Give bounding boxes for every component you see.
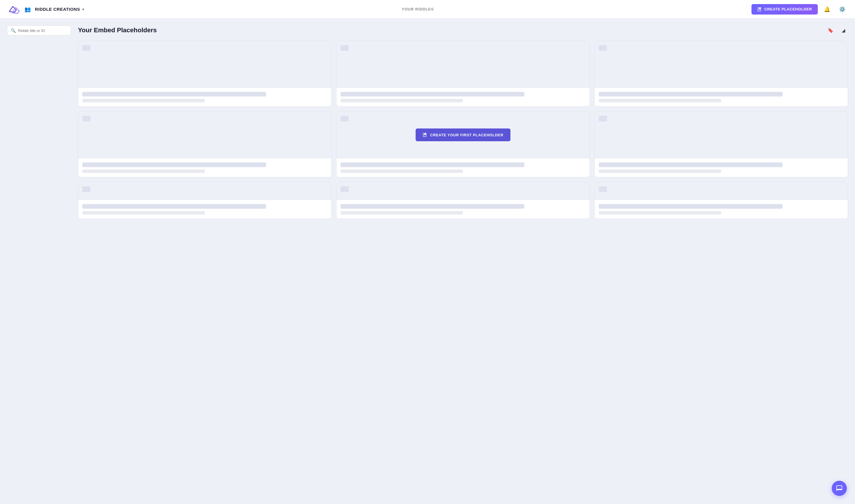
placeholder-card [594, 182, 848, 219]
card-info-area [595, 88, 848, 106]
placeholder-card [594, 111, 848, 177]
card-title-skeleton [341, 92, 524, 96]
placeholder-card [78, 111, 332, 177]
gear-icon: ⚙️ [839, 6, 845, 13]
edit-cta-icon [422, 132, 427, 137]
placeholder-card [336, 182, 590, 219]
card-title-skeleton [82, 162, 266, 167]
card-subtitle-skeleton [599, 169, 721, 173]
content-header: Your Embed Placeholders 🔖 ◢ [78, 25, 848, 35]
header-actions: CREATE PLACEHOLDER 🔔 ⚙️ [751, 3, 848, 15]
brand-name: RIDDLE CREATIONS [35, 7, 80, 12]
card-info-area [595, 200, 848, 219]
placeholder-card [78, 182, 332, 219]
card-title-skeleton [341, 204, 524, 209]
card-image-area [595, 112, 848, 158]
card-subtitle-skeleton [82, 99, 205, 102]
card-image-area [78, 112, 331, 158]
create-placeholder-button[interactable]: CREATE PLACEHOLDER [751, 4, 818, 15]
card-checkbox [341, 186, 349, 192]
settings-button[interactable]: ⚙️ [836, 3, 848, 15]
card-info-area [336, 158, 590, 177]
your-riddles-link[interactable]: YOUR RIDDLES [402, 7, 434, 11]
edit-icon [757, 7, 762, 12]
card-title-skeleton [82, 92, 266, 96]
card-title-skeleton [599, 92, 783, 96]
card-checkbox [82, 45, 90, 51]
card-subtitle-skeleton [82, 169, 205, 173]
card-info-area [336, 200, 590, 219]
card-checkbox [82, 186, 90, 192]
app-header: 👥 RIDDLE CREATIONS ▾ YOUR RIDDLES CREATE… [0, 0, 855, 19]
placeholder-grid: CREATE YOUR FIRST PLACEHOLDER [78, 41, 848, 219]
main-content: 🔍 Your Embed Placeholders 🔖 ◢ [0, 19, 855, 226]
card-title-skeleton [82, 204, 266, 209]
brand-selector[interactable]: 👥 RIDDLE CREATIONS ▾ [24, 6, 84, 13]
card-subtitle-skeleton [341, 169, 463, 173]
content-area: Your Embed Placeholders 🔖 ◢ [78, 25, 848, 219]
card-checkbox [599, 186, 607, 192]
card-checkbox [341, 45, 349, 51]
placeholder-card [78, 41, 332, 107]
card-checkbox [599, 116, 607, 122]
header-action-icons: 🔖 ◢ [826, 25, 848, 35]
card-checkbox [599, 45, 607, 51]
card-info-area [78, 88, 331, 106]
card-info-area [595, 158, 848, 177]
placeholder-card [594, 41, 848, 107]
create-placeholder-label: CREATE PLACEHOLDER [764, 7, 812, 11]
card-info-area [336, 88, 590, 106]
search-input[interactable] [18, 29, 67, 33]
page-title: Your Embed Placeholders [78, 26, 157, 34]
bookmark-icon[interactable]: 🔖 [826, 25, 835, 35]
header-nav: YOUR RIDDLES [84, 7, 751, 11]
card-cta-area: CREATE YOUR FIRST PLACEHOLDER [336, 112, 590, 158]
card-image-area [595, 182, 848, 200]
card-image-area [595, 41, 848, 88]
card-subtitle-skeleton [341, 99, 463, 102]
bell-icon: 🔔 [824, 6, 830, 13]
logo [7, 3, 21, 15]
search-box: 🔍 [7, 25, 71, 35]
card-image-area [78, 41, 331, 88]
card-title-skeleton [599, 162, 783, 167]
card-checkbox [341, 116, 349, 122]
notifications-button[interactable]: 🔔 [821, 3, 833, 15]
card-checkbox [82, 116, 90, 122]
card-image-area [336, 41, 590, 88]
chat-bubble-button[interactable] [832, 481, 847, 496]
cta-label: CREATE YOUR FIRST PLACEHOLDER [430, 133, 503, 137]
chat-icon [836, 485, 843, 492]
filter-icon[interactable]: ◢ [839, 25, 848, 35]
people-icon: 👥 [24, 6, 31, 13]
card-title-skeleton [599, 204, 783, 209]
placeholder-card-cta: CREATE YOUR FIRST PLACEHOLDER [336, 111, 590, 177]
card-info-area [78, 158, 331, 177]
card-subtitle-skeleton [82, 211, 205, 215]
create-first-placeholder-button[interactable]: CREATE YOUR FIRST PLACEHOLDER [416, 128, 510, 141]
card-image-area [336, 182, 590, 200]
card-image-area [78, 182, 331, 200]
placeholder-card [336, 41, 590, 107]
card-subtitle-skeleton [599, 211, 721, 215]
card-info-area [78, 200, 331, 219]
card-title-skeleton [341, 162, 524, 167]
card-subtitle-skeleton [341, 211, 463, 215]
sidebar: 🔍 [7, 25, 71, 219]
card-subtitle-skeleton [599, 99, 721, 102]
search-icon: 🔍 [11, 28, 16, 33]
